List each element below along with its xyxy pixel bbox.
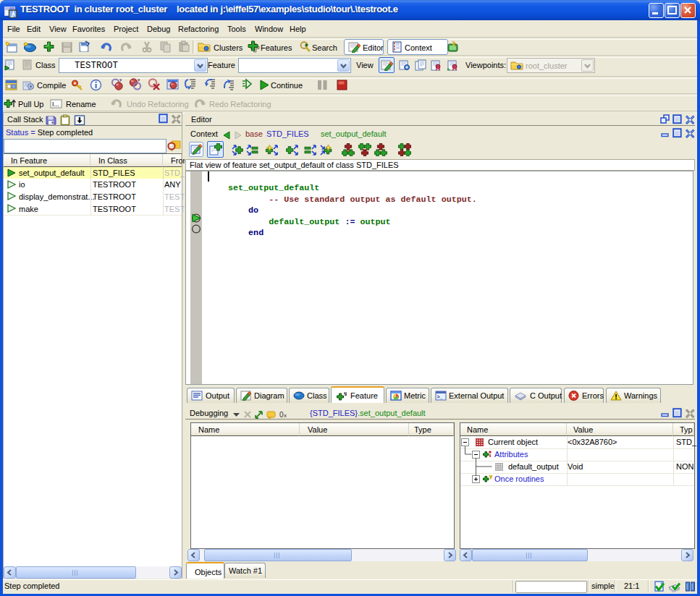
svg-text:I...: I... xyxy=(52,101,59,108)
svg-text:>_: >_ xyxy=(437,394,443,399)
svg-text:x: x xyxy=(284,412,287,419)
